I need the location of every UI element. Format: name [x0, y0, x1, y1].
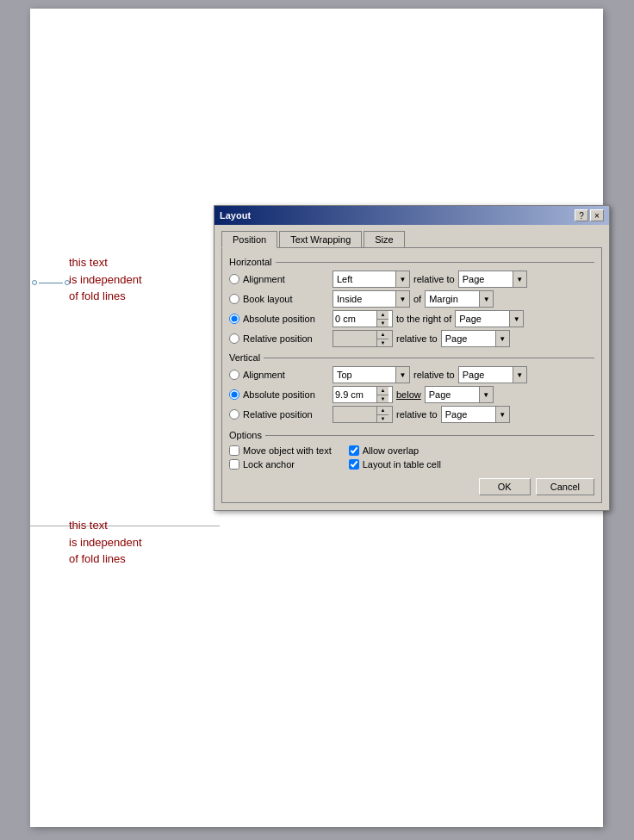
- dialog-buttons: OK Cancel: [229, 478, 594, 495]
- h-relative-position-radio[interactable]: [229, 333, 239, 344]
- options-col-left: Move object with text Lock anchor: [229, 445, 332, 470]
- fold-line-horizontal: [39, 283, 63, 283]
- layout-in-table-cell-checkbox[interactable]: [349, 459, 359, 470]
- dialog-controls: ? ×: [575, 209, 604, 221]
- allow-overlap-checkbox[interactable]: [349, 445, 359, 456]
- layout-dialog: Layout ? × Position Text Wrapping Size H…: [214, 205, 610, 511]
- v-relative-spinner-btns: ▲ ▼: [376, 407, 388, 422]
- book-layout-radio[interactable]: [229, 294, 239, 304]
- v-relative-position-row: Relative position ▲ ▼ relative to Page M…: [229, 406, 594, 423]
- options-section-label: Options: [229, 430, 594, 440]
- book-layout-dropdown-arrow: ▼: [395, 291, 409, 307]
- options-row: Move object with text Lock anchor Allow …: [229, 445, 594, 470]
- move-object-checkbox[interactable]: [229, 445, 239, 456]
- h-relative-relative-dropdown[interactable]: Page Margin ▼: [441, 330, 510, 347]
- h-absolute-relative-dropdown-arrow: ▼: [509, 311, 523, 327]
- h-absolute-position-spinner-btns: ▲ ▼: [376, 311, 388, 327]
- dialog-content: Position Text Wrapping Size Horizontal A…: [214, 225, 609, 510]
- move-object-row: Move object with text: [229, 445, 332, 456]
- v-relative-spinner-up[interactable]: ▲: [377, 407, 388, 415]
- dialog-help-btn[interactable]: ?: [575, 209, 588, 221]
- cancel-button[interactable]: Cancel: [536, 478, 594, 495]
- v-relative-relative-dropdown-arrow: ▼: [495, 407, 509, 422]
- h-absolute-relative-dropdown[interactable]: Page Margin ▼: [455, 310, 524, 327]
- alignment-relative-dropdown[interactable]: Page Margin ▼: [458, 271, 527, 288]
- v-relative-position-spinner[interactable]: ▲ ▼: [333, 406, 393, 423]
- horizontal-section-label: Horizontal: [229, 257, 594, 267]
- v-absolute-relative-dropdown[interactable]: Page Margin ▼: [425, 386, 494, 403]
- tab-size[interactable]: Size: [364, 231, 404, 248]
- h-absolute-spinner-up[interactable]: ▲: [377, 311, 388, 320]
- h-relative-position-spinner[interactable]: ▲ ▼: [333, 330, 393, 347]
- h-relative-spinner-btns: ▲ ▼: [376, 331, 388, 346]
- v-relative-relative-dropdown[interactable]: Page Margin ▼: [441, 406, 510, 423]
- fold-connector: [32, 280, 70, 285]
- dialog-tabs: Position Text Wrapping Size: [221, 230, 602, 247]
- horizontal-alignment-row: Alignment Left Center Right ▼ relative t…: [229, 271, 594, 288]
- vertical-section-label: Vertical: [229, 352, 594, 363]
- fold-dot-left: [32, 280, 37, 285]
- alignment-dropdown[interactable]: Left Center Right ▼: [333, 271, 410, 288]
- options-col-right: Allow overlap Layout in table cell: [349, 445, 441, 470]
- tab-text-wrapping[interactable]: Text Wrapping: [279, 231, 362, 248]
- dialog-title: Layout: [220, 210, 251, 221]
- book-layout-relative-dropdown[interactable]: Margin Page ▼: [425, 290, 494, 308]
- text-block-bottom: this text is independent of fold lines: [69, 517, 142, 568]
- h-relative-relative-dropdown-arrow: ▼: [495, 331, 509, 346]
- book-layout-dropdown[interactable]: Inside Outside ▼: [333, 290, 410, 308]
- h-relative-position-row: Relative position ▲ ▼ relative to Page M…: [229, 330, 594, 347]
- v-absolute-spinner-up[interactable]: ▲: [377, 387, 388, 395]
- allow-overlap-row: Allow overlap: [349, 445, 441, 456]
- book-layout-row: Book layout Inside Outside ▼ of Margin P…: [229, 290, 594, 308]
- layout-in-table-cell-row: Layout in table cell: [349, 459, 441, 470]
- h-absolute-position-input[interactable]: [333, 314, 376, 324]
- h-relative-spinner-down[interactable]: ▼: [377, 339, 388, 347]
- h-relative-spinner-up[interactable]: ▲: [377, 331, 388, 339]
- alignment-dropdown-arrow: ▼: [395, 271, 409, 287]
- lock-anchor-checkbox[interactable]: [229, 459, 239, 470]
- v-relative-position-input[interactable]: [333, 409, 376, 420]
- v-absolute-relative-dropdown-arrow: ▼: [479, 387, 493, 402]
- ok-button[interactable]: OK: [479, 478, 531, 495]
- h-relative-position-input[interactable]: [333, 333, 376, 344]
- dialog-titlebar: Layout ? ×: [214, 206, 609, 225]
- tab-position[interactable]: Position: [221, 231, 277, 248]
- text-block-top: this text is independent of fold lines: [69, 254, 142, 305]
- v-alignment-relative-dropdown[interactable]: Page Margin ▼: [458, 366, 527, 383]
- h-absolute-position-spinner[interactable]: ▲ ▼: [333, 310, 393, 327]
- book-layout-relative-dropdown-arrow: ▼: [479, 291, 493, 307]
- tab-content-position: Horizontal Alignment Left Center Right ▼…: [221, 247, 602, 503]
- h-absolute-spinner-down[interactable]: ▼: [377, 320, 388, 327]
- dialog-close-btn[interactable]: ×: [590, 209, 604, 221]
- v-absolute-position-row: Absolute position ▲ ▼ below Page Margin …: [229, 386, 594, 403]
- v-alignment-relative-dropdown-arrow: ▼: [513, 367, 526, 383]
- v-relative-spinner-down[interactable]: ▼: [377, 415, 388, 423]
- horizontal-alignment-radio[interactable]: [229, 274, 239, 284]
- v-absolute-position-spinner[interactable]: ▲ ▼: [333, 386, 393, 403]
- v-absolute-position-radio[interactable]: [229, 389, 239, 400]
- v-absolute-position-input[interactable]: [333, 389, 376, 400]
- v-alignment-dropdown[interactable]: Top Center Bottom ▼: [333, 366, 410, 383]
- h-absolute-position-row: Absolute position ▲ ▼ to the right of Pa…: [229, 310, 594, 327]
- v-absolute-spinner-btns: ▲ ▼: [376, 387, 388, 402]
- v-relative-position-radio[interactable]: [229, 409, 239, 420]
- v-absolute-spinner-down[interactable]: ▼: [377, 395, 388, 403]
- v-alignment-radio[interactable]: [229, 370, 239, 380]
- h-absolute-position-radio[interactable]: [229, 314, 239, 324]
- lock-anchor-row: Lock anchor: [229, 459, 332, 470]
- alignment-relative-dropdown-arrow: ▼: [513, 271, 526, 287]
- v-alignment-row: Alignment Top Center Bottom ▼ relative t…: [229, 366, 594, 383]
- v-alignment-dropdown-arrow: ▼: [395, 367, 409, 383]
